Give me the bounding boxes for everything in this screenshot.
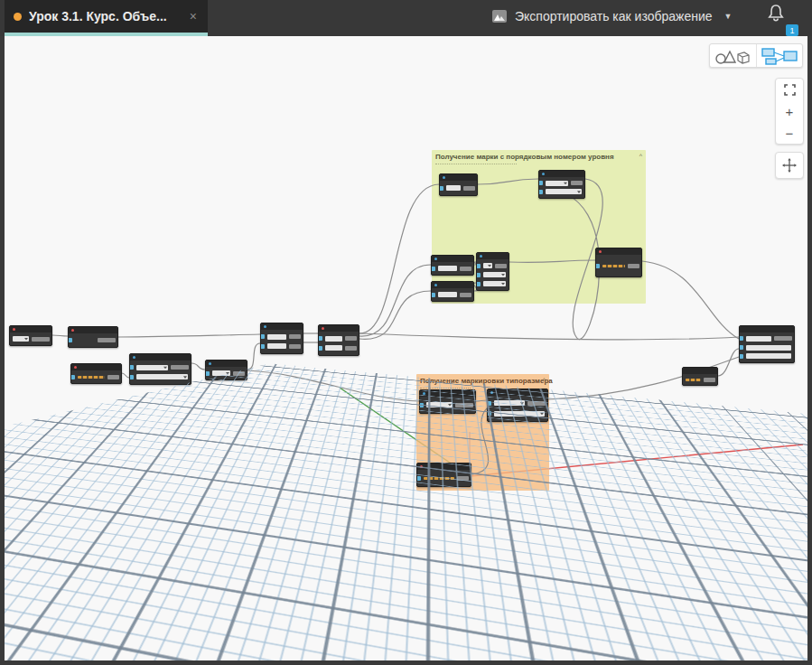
input-port[interactable] xyxy=(417,476,421,481)
graph-view-toggle[interactable] xyxy=(757,44,803,67)
dropdown-field[interactable] xyxy=(13,336,29,342)
graph-node-o1[interactable] xyxy=(419,389,476,414)
workspace-tab[interactable]: Урок 3.1. Курс. Объе... × xyxy=(5,0,208,33)
dropdown-field[interactable] xyxy=(546,189,582,194)
input-port[interactable] xyxy=(130,375,134,379)
dropdown-field[interactable] xyxy=(483,272,506,277)
input-port[interactable] xyxy=(477,273,481,277)
graph-node-o2[interactable] xyxy=(487,389,548,422)
value-field[interactable] xyxy=(438,266,457,271)
group-collapse-icon[interactable]: ^ xyxy=(639,153,642,159)
fit-to-screen-button[interactable] xyxy=(776,79,803,100)
pan-button[interactable] xyxy=(775,152,804,179)
output-port[interactable] xyxy=(774,336,792,341)
dropdown-field[interactable] xyxy=(212,370,230,376)
dropdown-field[interactable] xyxy=(426,402,453,407)
graph-canvas[interactable]: Получение марки с порядковым номером уро… xyxy=(5,36,807,660)
graph-node-y3[interactable] xyxy=(431,255,474,276)
input-port[interactable] xyxy=(539,190,543,194)
input-port[interactable] xyxy=(740,336,743,341)
graph-node-o3[interactable] xyxy=(416,463,471,487)
input-port[interactable] xyxy=(319,346,322,351)
group-collapse-icon[interactable]: ^ xyxy=(543,377,546,383)
graph-node-n6[interactable] xyxy=(260,323,303,354)
input-port[interactable] xyxy=(596,264,600,268)
geometry-view-toggle[interactable] xyxy=(710,44,756,67)
graph-node-n5[interactable] xyxy=(205,360,247,380)
graph-node-y5[interactable] xyxy=(431,281,474,302)
input-port[interactable] xyxy=(420,403,424,407)
dropdown-field[interactable] xyxy=(483,263,492,268)
output-port[interactable] xyxy=(704,378,715,382)
dropdown-field[interactable] xyxy=(136,365,168,370)
output-port[interactable] xyxy=(628,264,639,268)
notifications-button[interactable]: 1 xyxy=(766,4,797,34)
code-expression[interactable] xyxy=(602,265,625,267)
zoom-in-button[interactable]: + xyxy=(776,100,803,122)
graph-node-n2[interactable] xyxy=(68,326,118,348)
input-port[interactable] xyxy=(477,264,481,268)
output-port[interactable] xyxy=(345,336,357,341)
input-port[interactable] xyxy=(488,411,491,416)
output-port[interactable] xyxy=(98,338,116,342)
value-field[interactable] xyxy=(746,353,791,359)
output-port[interactable] xyxy=(460,267,471,271)
input-port[interactable] xyxy=(71,375,75,379)
input-port[interactable] xyxy=(69,338,72,342)
output-port[interactable] xyxy=(345,346,357,351)
dropdown-field[interactable] xyxy=(494,400,525,406)
value-field[interactable] xyxy=(438,292,457,297)
output-port[interactable] xyxy=(233,371,245,376)
export-image-button[interactable]: Экспортировать как изображение ▼ xyxy=(492,0,732,33)
graph-node-n1[interactable] xyxy=(9,325,52,346)
input-port[interactable] xyxy=(432,267,435,271)
output-port[interactable] xyxy=(289,344,301,349)
output-port[interactable] xyxy=(171,365,189,370)
input-port[interactable] xyxy=(740,354,743,359)
dropdown-field[interactable] xyxy=(494,411,545,417)
input-port[interactable] xyxy=(477,282,481,286)
dropdown-field[interactable] xyxy=(483,281,506,286)
input-port[interactable] xyxy=(539,181,543,185)
value-field[interactable] xyxy=(746,336,771,342)
zoom-out-button[interactable]: − xyxy=(776,122,803,144)
graph-node-y4[interactable] xyxy=(476,252,509,291)
graph-node-n7[interactable] xyxy=(318,324,359,356)
graph-node-y6[interactable] xyxy=(595,248,642,277)
value-field[interactable] xyxy=(267,334,286,340)
input-port[interactable] xyxy=(261,334,265,339)
input-port[interactable] xyxy=(319,336,322,341)
output-port[interactable] xyxy=(495,264,507,268)
dropdown-field[interactable] xyxy=(546,181,568,186)
value-field[interactable] xyxy=(746,345,791,351)
value-field[interactable] xyxy=(325,345,342,351)
output-port[interactable] xyxy=(455,403,473,407)
input-port[interactable] xyxy=(432,293,435,297)
input-port[interactable] xyxy=(740,345,743,350)
output-port[interactable] xyxy=(527,401,546,406)
graph-node-n9[interactable] xyxy=(682,367,718,386)
input-port[interactable] xyxy=(488,401,491,406)
input-port[interactable] xyxy=(261,344,265,349)
output-port[interactable] xyxy=(32,337,50,342)
dropdown-field[interactable] xyxy=(136,374,188,379)
graph-node-n4[interactable] xyxy=(129,353,191,385)
value-field[interactable] xyxy=(325,336,342,342)
code-expression[interactable] xyxy=(78,376,105,379)
graph-node-y2[interactable] xyxy=(538,170,585,199)
output-port[interactable] xyxy=(289,334,301,339)
input-port[interactable] xyxy=(130,365,134,370)
value-field[interactable] xyxy=(267,343,286,349)
input-port[interactable] xyxy=(440,186,443,191)
graph-node-y1[interactable] xyxy=(439,173,478,196)
graph-node-n3[interactable] xyxy=(70,363,122,384)
graph-node-n8[interactable] xyxy=(739,325,795,363)
output-port[interactable] xyxy=(107,375,119,379)
code-expression[interactable] xyxy=(424,477,454,480)
output-port[interactable] xyxy=(460,293,471,297)
code-expression[interactable] xyxy=(686,379,701,381)
output-port[interactable] xyxy=(463,186,475,191)
output-port[interactable] xyxy=(457,476,469,481)
value-field[interactable] xyxy=(446,185,461,191)
tab-close-icon[interactable]: × xyxy=(188,9,199,23)
